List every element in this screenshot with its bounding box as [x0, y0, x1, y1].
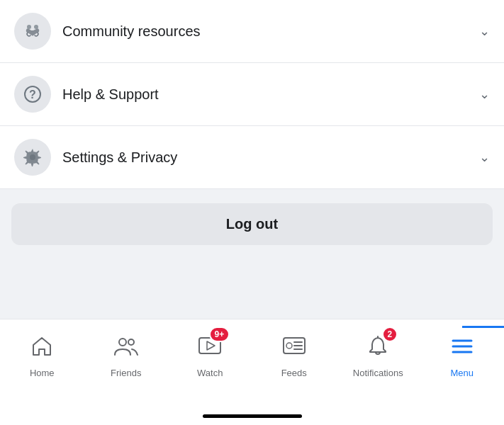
settings-label: Settings & Privacy	[62, 149, 479, 166]
svg-point-1	[34, 25, 38, 29]
menu-active-indicator	[462, 326, 504, 328]
home-icon-wrap	[25, 329, 59, 363]
watch-label: Watch	[197, 368, 223, 378]
community-icon	[14, 13, 51, 50]
settings-chevron: ⌄	[479, 149, 490, 165]
menu-icon-wrap	[445, 329, 479, 363]
notifications-badge: 2	[382, 327, 398, 342]
help-label: Help & Support	[62, 86, 479, 103]
community-chevron: ⌄	[479, 23, 490, 39]
nav-item-watch[interactable]: 9+ Watch	[168, 327, 252, 378]
watch-icon-wrap: 9+	[193, 329, 227, 363]
nav-item-home[interactable]: Home	[0, 327, 84, 378]
bottom-nav: Home Friends 9+ Watch	[0, 319, 504, 425]
help-chevron: ⌄	[479, 86, 490, 102]
home-icon	[30, 335, 53, 358]
menu-icon	[450, 336, 474, 356]
svg-point-5	[119, 339, 126, 346]
nav-item-notifications[interactable]: 2 Notifications	[336, 327, 420, 378]
watch-badge: 9+	[209, 327, 230, 342]
friends-icon-wrap	[109, 329, 143, 363]
nav-item-menu[interactable]: Menu	[420, 327, 505, 378]
logout-button[interactable]: Log out	[11, 203, 493, 245]
svg-text:?: ?	[29, 89, 36, 101]
feeds-icon-wrap	[277, 329, 311, 363]
main-content: Community resources ⌄ ? Help & Support ⌄…	[0, 0, 504, 319]
feeds-label: Feeds	[281, 368, 307, 378]
friends-label: Friends	[111, 368, 141, 378]
nav-item-friends[interactable]: Friends	[84, 327, 169, 378]
svg-marker-8	[207, 341, 215, 350]
friends-icon	[113, 335, 139, 358]
settings-privacy-item[interactable]: Settings & Privacy ⌄	[0, 126, 504, 189]
feeds-icon	[282, 336, 306, 357]
svg-point-10	[286, 343, 292, 348]
community-resources-item[interactable]: Community resources ⌄	[0, 0, 504, 63]
menu-label: Menu	[450, 368, 474, 378]
home-label: Home	[30, 368, 55, 378]
svg-point-6	[128, 339, 134, 345]
help-icon: ?	[14, 76, 51, 113]
community-label: Community resources	[62, 23, 479, 40]
svg-point-0	[27, 25, 31, 29]
settings-icon	[14, 139, 51, 176]
home-bar	[203, 414, 302, 418]
nav-item-feeds[interactable]: Feeds	[252, 327, 337, 378]
notifications-icon-wrap: 2	[361, 329, 395, 363]
notifications-label: Notifications	[353, 368, 403, 378]
help-support-item[interactable]: ? Help & Support ⌄	[0, 63, 504, 126]
logout-container: Log out	[0, 189, 504, 259]
